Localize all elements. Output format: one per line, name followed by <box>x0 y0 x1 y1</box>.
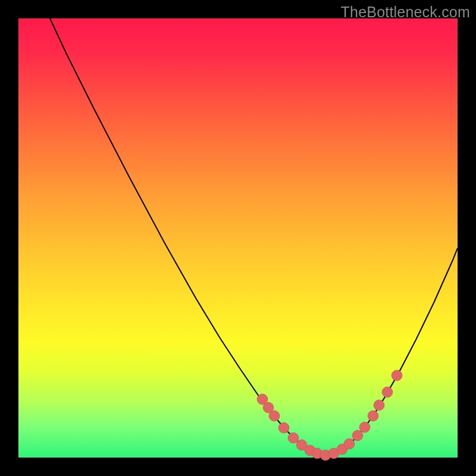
curve-layer <box>18 18 458 458</box>
chart-stage: TheBottleneck.com <box>0 0 476 476</box>
data-point <box>374 400 384 411</box>
data-point <box>278 422 289 433</box>
data-point <box>352 430 363 441</box>
data-point <box>359 422 370 433</box>
data-point <box>382 387 393 397</box>
data-point <box>392 370 402 381</box>
plot-area <box>18 18 458 458</box>
watermark-text: TheBottleneck.com <box>341 4 470 21</box>
data-point <box>368 411 378 421</box>
bottleneck-curve <box>50 18 458 455</box>
data-point <box>288 433 299 443</box>
data-point <box>269 411 280 421</box>
data-point <box>344 439 355 449</box>
data-points <box>257 370 402 461</box>
